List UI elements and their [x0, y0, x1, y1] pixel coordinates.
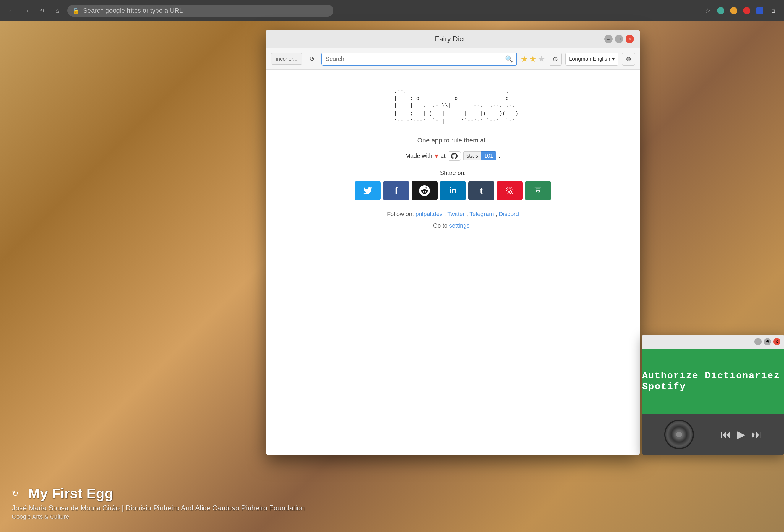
artwork-source: Google Arts & Culture — [12, 513, 305, 520]
app-toolbar: incoher... ↺ 🔍 ★ ★ ★ ⊕ Longman English ▾… — [266, 49, 640, 70]
share-tumblr-button[interactable]: t — [468, 181, 494, 200]
spotify-player: – ⚙ ✕ Authorize Dictionariez Spotify ⏮ ▶… — [642, 335, 784, 455]
next-track-button[interactable]: ⏭ — [751, 428, 762, 441]
spotify-authorize-area: Authorize Dictionariez Spotify — [642, 349, 784, 414]
follow-twitter-link[interactable]: Twitter — [447, 211, 465, 217]
svg-point-2 — [743, 7, 750, 14]
share-reddit-button[interactable] — [412, 181, 438, 200]
made-with-line: Made with ♥ at stars 101 . — [405, 151, 500, 161]
chrome-toolbar-icons: ☆ ⧉ — [702, 5, 778, 16]
tagline-text: One app to rule them all. — [417, 137, 489, 144]
made-with-text: Made with — [405, 152, 432, 159]
spotify-settings-button[interactable]: ⚙ — [764, 338, 771, 345]
follow-discord-link[interactable]: Discord — [499, 211, 519, 217]
browser-chrome-bar: ← → ↻ ⌂ 🔒 Search google https or type a … — [0, 0, 784, 21]
stars-badge[interactable]: stars 101 — [463, 151, 496, 161]
share-label: Share on: — [440, 170, 466, 176]
share-facebook-button[interactable]: f — [383, 181, 409, 200]
star-rating: ★ ★ ★ — [521, 54, 545, 64]
minimize-button[interactable]: – — [604, 35, 613, 43]
share-linkedin-button[interactable]: in — [440, 181, 466, 200]
nav-forward-button[interactable]: → — [21, 5, 32, 16]
svg-point-0 — [717, 7, 724, 14]
share-weibo-button[interactable]: 微 — [497, 181, 523, 200]
history-text: incoher... — [276, 56, 298, 62]
ascii-art-logo: .--. . | : o __|_ o o | | . .-.\\| .--. … — [388, 87, 519, 125]
window-title: Fairy Dict — [296, 35, 604, 43]
spotify-header: – ⚙ ✕ — [642, 335, 784, 349]
address-bar-text: Search google https or type a URL — [83, 7, 183, 15]
nav-reload-button[interactable]: ↻ — [37, 5, 47, 16]
follow-line: Follow on: pnlpal.dev , Twitter , Telegr… — [387, 211, 519, 218]
search-submit-button[interactable]: 🔍 — [505, 55, 513, 63]
refresh-artwork-icon[interactable]: ↻ — [12, 488, 19, 498]
history-button[interactable]: incoher... — [271, 53, 302, 65]
address-bar[interactable]: 🔒 Search google https or type a URL — [67, 5, 333, 17]
vinyl-disc — [664, 420, 694, 449]
star-2[interactable]: ★ — [529, 54, 537, 64]
window-controls: – □ ✕ — [604, 35, 634, 43]
spotify-close-button[interactable]: ✕ — [773, 338, 780, 345]
playback-buttons: ⏮ ▶ ⏭ — [721, 428, 762, 441]
preferences-button[interactable]: ⊛ — [622, 53, 635, 65]
spotify-minimize-button[interactable]: – — [754, 338, 761, 345]
star-1[interactable]: ★ — [521, 54, 528, 64]
extension-icon-4[interactable] — [754, 5, 765, 16]
follow-pnlpal-link[interactable]: pnlpal.dev — [416, 211, 443, 217]
globe-settings-button[interactable]: ⊕ — [549, 53, 562, 65]
extensions-menu-icon[interactable]: ⧉ — [767, 5, 778, 16]
dictionary-selector[interactable]: Longman English ▾ — [565, 53, 618, 65]
stars-label: stars — [463, 151, 481, 161]
svg-rect-3 — [756, 7, 763, 14]
spotify-controls: ⏮ ▶ ⏭ — [642, 414, 784, 455]
extension-icon-3[interactable] — [741, 5, 752, 16]
search-bar[interactable]: 🔍 — [321, 53, 517, 65]
fairy-dict-window: Fairy Dict – □ ✕ incoher... ↺ 🔍 ★ ★ ★ ⊕ … — [266, 30, 640, 455]
extension-icon-2[interactable] — [728, 5, 739, 16]
spotify-authorize-text: Authorize Dictionariez Spotify — [642, 370, 784, 392]
made-with-at: at — [441, 152, 446, 159]
dict-selector-chevron: ▾ — [612, 56, 615, 62]
search-input[interactable] — [326, 56, 503, 62]
extension-icon-1[interactable] — [716, 5, 726, 16]
window-title-bar: Fairy Dict – □ ✕ — [266, 30, 640, 49]
share-douban-button[interactable]: 豆 — [525, 181, 551, 200]
star-3[interactable]: ★ — [538, 54, 545, 64]
svg-point-1 — [730, 7, 737, 14]
play-pause-button[interactable]: ▶ — [737, 428, 745, 441]
follow-prefix: Follow on: — [387, 211, 416, 217]
artwork-title: My First Egg — [28, 485, 113, 502]
goto-settings-line: Go to settings . — [433, 222, 473, 229]
close-button[interactable]: ✕ — [625, 35, 634, 43]
follow-telegram-link[interactable]: Telegram — [470, 211, 494, 217]
settings-link[interactable]: settings — [449, 222, 470, 229]
bookmark-star-icon[interactable]: ☆ — [702, 5, 713, 16]
github-button[interactable] — [448, 151, 461, 161]
nav-home-button[interactable]: ⌂ — [52, 5, 63, 16]
nav-back-button[interactable]: ← — [6, 5, 17, 16]
artwork-title-row: ↻ My First Egg — [12, 485, 305, 502]
share-twitter-button[interactable] — [355, 181, 381, 200]
prev-track-button[interactable]: ⏮ — [721, 428, 731, 441]
main-content-area: .--. . | : o __|_ o o | | . .-.\\| .--. … — [266, 70, 640, 455]
heart-icon: ♥ — [435, 152, 438, 159]
vinyl-center — [676, 431, 682, 438]
dict-selector-label: Longman English — [569, 56, 610, 62]
maximize-button[interactable]: □ — [615, 35, 623, 43]
reload-button[interactable]: ↺ — [306, 53, 318, 65]
artwork-artist: José Maria Sousa de Moura Girão | Dionís… — [12, 504, 305, 512]
artwork-info: ↻ My First Egg José Maria Sousa de Moura… — [12, 485, 305, 520]
chrome-lock-icon: 🔒 — [72, 7, 80, 14]
stars-count: 101 — [481, 151, 496, 161]
share-buttons: f in t 微 豆 — [355, 181, 551, 200]
